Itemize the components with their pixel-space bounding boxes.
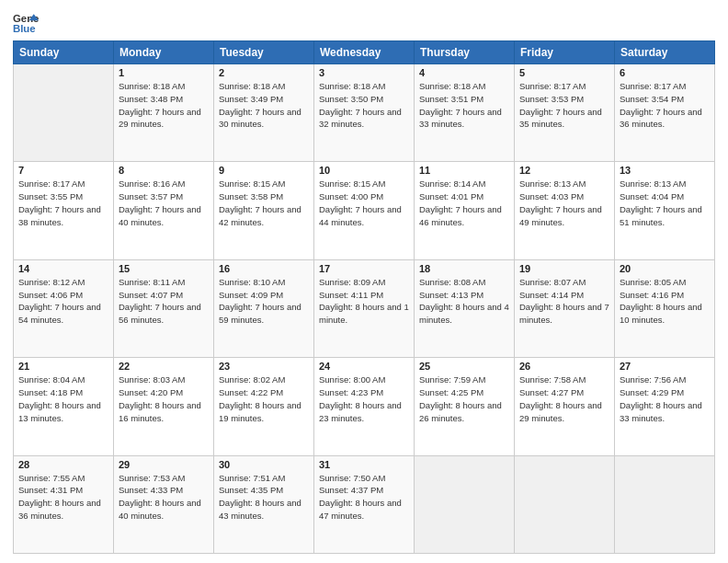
day-info: Sunrise: 8:08 AMSunset: 4:13 PMDaylight:… [419,277,509,325]
calendar-cell: 29 Sunrise: 7:53 AMSunset: 4:33 PMDaylig… [114,455,214,553]
calendar-cell: 19 Sunrise: 8:07 AMSunset: 4:14 PMDaylig… [515,259,615,357]
day-info: Sunrise: 8:04 AMSunset: 4:18 PMDaylight:… [18,374,101,422]
svg-text:Blue: Blue [13,23,36,34]
weekday-header-friday: Friday [515,41,615,64]
day-number: 6 [620,67,710,78]
day-info: Sunrise: 8:07 AMSunset: 4:14 PMDaylight:… [519,277,609,325]
day-info: Sunrise: 8:17 AMSunset: 3:54 PMDaylight:… [620,81,702,129]
logo-icon: General Blue [13,9,39,35]
day-number: 13 [620,165,710,176]
day-number: 4 [419,67,509,78]
day-number: 15 [119,263,209,274]
day-info: Sunrise: 8:03 AMSunset: 4:20 PMDaylight:… [119,374,201,422]
day-info: Sunrise: 8:05 AMSunset: 4:16 PMDaylight:… [620,277,702,325]
calendar-cell [14,64,114,162]
day-number: 5 [519,67,609,78]
calendar-page: General Blue SundayMondayTuesdayWednesda… [0,0,728,563]
weekday-header-monday: Monday [114,41,214,64]
day-info: Sunrise: 7:50 AMSunset: 4:37 PMDaylight:… [319,473,402,521]
day-info: Sunrise: 8:16 AMSunset: 3:57 PMDaylight:… [119,178,201,226]
day-info: Sunrise: 8:18 AMSunset: 3:49 PMDaylight:… [219,81,301,129]
logo: General Blue [13,9,44,35]
day-number: 27 [620,361,710,372]
day-number: 3 [319,67,409,78]
calendar-cell: 12 Sunrise: 8:13 AMSunset: 4:03 PMDaylig… [515,162,615,259]
calendar-cell: 5 Sunrise: 8:17 AMSunset: 3:53 PMDayligh… [515,64,615,162]
day-number: 2 [219,67,309,78]
calendar-cell: 23 Sunrise: 8:02 AMSunset: 4:22 PMDaylig… [214,358,314,455]
calendar-cell: 30 Sunrise: 7:51 AMSunset: 4:35 PMDaylig… [214,455,314,553]
calendar-cell: 9 Sunrise: 8:15 AMSunset: 3:58 PMDayligh… [214,162,314,259]
calendar-cell: 15 Sunrise: 8:11 AMSunset: 4:07 PMDaylig… [114,259,214,357]
day-number: 12 [519,165,609,176]
calendar-cell: 2 Sunrise: 8:18 AMSunset: 3:49 PMDayligh… [214,64,314,162]
weekday-header-wednesday: Wednesday [314,41,415,64]
day-info: Sunrise: 8:15 AMSunset: 4:00 PMDaylight:… [319,178,402,226]
day-info: Sunrise: 8:11 AMSunset: 4:07 PMDaylight:… [119,277,201,325]
day-info: Sunrise: 7:56 AMSunset: 4:29 PMDaylight:… [620,374,702,422]
calendar-cell: 31 Sunrise: 7:50 AMSunset: 4:37 PMDaylig… [314,455,415,553]
day-info: Sunrise: 7:59 AMSunset: 4:25 PMDaylight:… [419,374,502,422]
day-info: Sunrise: 8:18 AMSunset: 3:51 PMDaylight:… [419,81,502,129]
day-number: 11 [419,165,509,176]
day-number: 29 [119,459,209,470]
calendar-cell: 1 Sunrise: 8:18 AMSunset: 3:48 PMDayligh… [114,64,214,162]
calendar-cell: 24 Sunrise: 8:00 AMSunset: 4:23 PMDaylig… [314,358,415,455]
calendar-cell [615,455,715,553]
day-info: Sunrise: 8:14 AMSunset: 4:01 PMDaylight:… [419,178,502,226]
calendar-cell: 20 Sunrise: 8:05 AMSunset: 4:16 PMDaylig… [615,259,715,357]
weekday-header-sunday: Sunday [14,41,114,64]
day-info: Sunrise: 8:09 AMSunset: 4:11 PMDaylight:… [319,277,409,325]
weekday-header-thursday: Thursday [415,41,515,64]
day-number: 21 [18,361,108,372]
header: General Blue [13,9,715,35]
day-number: 20 [620,263,710,274]
day-info: Sunrise: 8:02 AMSunset: 4:22 PMDaylight:… [219,374,301,422]
calendar-cell: 26 Sunrise: 7:58 AMSunset: 4:27 PMDaylig… [515,358,615,455]
day-number: 25 [419,361,509,372]
calendar-table: SundayMondayTuesdayWednesdayThursdayFrid… [13,40,715,554]
day-number: 14 [18,263,108,274]
day-info: Sunrise: 8:13 AMSunset: 4:03 PMDaylight:… [519,178,602,226]
calendar-cell: 25 Sunrise: 7:59 AMSunset: 4:25 PMDaylig… [415,358,515,455]
weekday-header-row: SundayMondayTuesdayWednesdayThursdayFrid… [14,41,715,64]
day-number: 26 [519,361,609,372]
calendar-cell: 28 Sunrise: 7:55 AMSunset: 4:31 PMDaylig… [14,455,114,553]
calendar-cell: 22 Sunrise: 8:03 AMSunset: 4:20 PMDaylig… [114,358,214,455]
day-info: Sunrise: 7:55 AMSunset: 4:31 PMDaylight:… [18,473,101,521]
calendar-cell: 10 Sunrise: 8:15 AMSunset: 4:00 PMDaylig… [314,162,415,259]
weekday-header-saturday: Saturday [615,41,715,64]
day-info: Sunrise: 7:53 AMSunset: 4:33 PMDaylight:… [119,473,201,521]
day-info: Sunrise: 8:13 AMSunset: 4:04 PMDaylight:… [620,178,702,226]
day-info: Sunrise: 8:10 AMSunset: 4:09 PMDaylight:… [219,277,301,325]
calendar-cell: 7 Sunrise: 8:17 AMSunset: 3:55 PMDayligh… [14,162,114,259]
day-info: Sunrise: 8:17 AMSunset: 3:55 PMDaylight:… [18,178,101,226]
day-number: 7 [18,165,108,176]
calendar-cell: 14 Sunrise: 8:12 AMSunset: 4:06 PMDaylig… [14,259,114,357]
day-number: 10 [319,165,409,176]
calendar-cell: 8 Sunrise: 8:16 AMSunset: 3:57 PMDayligh… [114,162,214,259]
day-number: 17 [319,263,409,274]
day-info: Sunrise: 8:12 AMSunset: 4:06 PMDaylight:… [18,277,101,325]
day-info: Sunrise: 8:18 AMSunset: 3:50 PMDaylight:… [319,81,402,129]
day-info: Sunrise: 8:00 AMSunset: 4:23 PMDaylight:… [319,374,402,422]
calendar-cell: 11 Sunrise: 8:14 AMSunset: 4:01 PMDaylig… [415,162,515,259]
day-info: Sunrise: 8:15 AMSunset: 3:58 PMDaylight:… [219,178,301,226]
calendar-cell: 4 Sunrise: 8:18 AMSunset: 3:51 PMDayligh… [415,64,515,162]
day-info: Sunrise: 7:51 AMSunset: 4:35 PMDaylight:… [219,473,301,521]
weekday-header-tuesday: Tuesday [214,41,314,64]
calendar-cell: 13 Sunrise: 8:13 AMSunset: 4:04 PMDaylig… [615,162,715,259]
day-number: 1 [119,67,209,78]
day-number: 30 [219,459,309,470]
calendar-cell: 17 Sunrise: 8:09 AMSunset: 4:11 PMDaylig… [314,259,415,357]
calendar-cell [515,455,615,553]
day-info: Sunrise: 8:17 AMSunset: 3:53 PMDaylight:… [519,81,602,129]
day-number: 31 [319,459,409,470]
day-info: Sunrise: 7:58 AMSunset: 4:27 PMDaylight:… [519,374,602,422]
calendar-cell: 21 Sunrise: 8:04 AMSunset: 4:18 PMDaylig… [14,358,114,455]
day-number: 9 [219,165,309,176]
day-number: 16 [219,263,309,274]
calendar-cell: 3 Sunrise: 8:18 AMSunset: 3:50 PMDayligh… [314,64,415,162]
day-number: 19 [519,263,609,274]
calendar-cell: 18 Sunrise: 8:08 AMSunset: 4:13 PMDaylig… [415,259,515,357]
